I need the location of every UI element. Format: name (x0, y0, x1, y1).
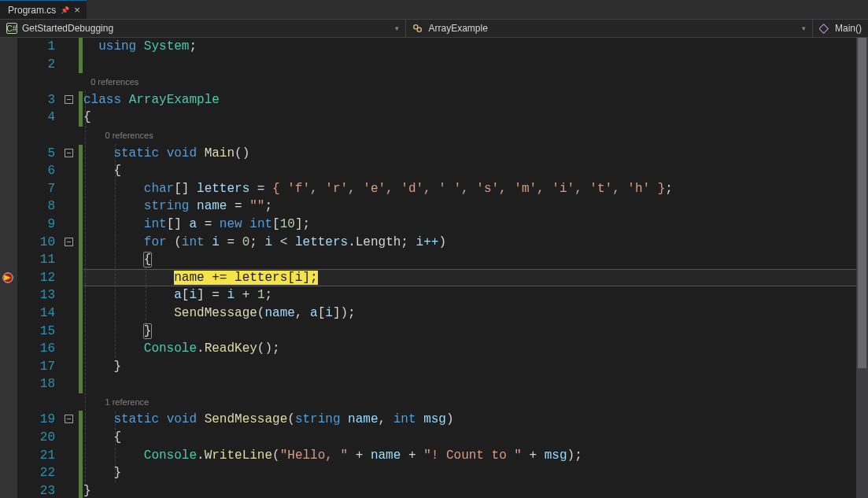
line-number: 10 (17, 234, 55, 252)
code-area[interactable]: using System; 0 references class ArrayEx… (83, 38, 868, 498)
code-token: "" (249, 199, 264, 213)
line-number: 3 (17, 91, 55, 109)
codelens-references[interactable]: 0 references (90, 77, 139, 87)
line-number: 21 (17, 447, 55, 465)
nav-bar: C# GetStartedDebugging ▾ ArrayExample ▾ … (0, 20, 868, 38)
code-token: 0 (242, 235, 250, 249)
close-icon[interactable]: × (74, 4, 80, 16)
line-number: 17 (17, 358, 55, 376)
execution-pointer-icon[interactable] (2, 271, 14, 284)
code-token: using (98, 39, 136, 53)
code-token: ReadKey (205, 341, 257, 356)
code-token: class (83, 93, 121, 107)
fold-toggle[interactable] (65, 415, 73, 423)
code-token: i (264, 235, 272, 249)
code-token: msg (545, 448, 567, 463)
code-token: ArrayExample (129, 93, 220, 107)
line-number: 22 (17, 464, 55, 482)
line-number: 7 (17, 180, 55, 198)
codelens-references[interactable]: 1 reference (105, 397, 150, 407)
code-token: WriteLine (205, 448, 272, 463)
code-token: int (249, 217, 272, 231)
line-number: 18 (17, 375, 55, 393)
method-icon (819, 23, 830, 34)
scrollbar-thumb[interactable] (858, 38, 866, 368)
line-number: 1 (17, 38, 55, 56)
line-number: 12 (17, 269, 55, 287)
code-token: name (348, 412, 378, 426)
code-token: i (325, 306, 333, 320)
breakpoint-margin[interactable] (0, 38, 17, 498)
code-token: int (144, 217, 167, 231)
code-token: i++ (416, 235, 439, 249)
line-number: 20 (17, 429, 55, 447)
nav-class-label: ArrayExample (428, 23, 487, 34)
vertical-scrollbar[interactable] (856, 38, 868, 498)
nav-method-label: Main() (835, 23, 862, 34)
code-token: Main (205, 146, 235, 160)
class-icon (412, 23, 423, 34)
fold-toggle[interactable] (65, 95, 73, 104)
line-number: 16 (17, 340, 55, 358)
code-token: void (167, 146, 197, 160)
code-token: "Hello, " (280, 448, 348, 463)
svg-point-1 (418, 28, 422, 31)
code-token: name (264, 306, 294, 320)
folding-margin[interactable] (65, 38, 79, 498)
code-token: for (144, 235, 167, 249)
code-token: void (167, 412, 197, 426)
line-number: 15 (17, 323, 55, 341)
line-number-gutter: 1 2 . 3 4 . 5 6 7 8 9 10 11 12 13 14 15 … (17, 38, 65, 498)
code-token: i (227, 288, 235, 302)
code-token: letters (295, 235, 348, 249)
code-token: int (182, 235, 205, 249)
tab-title: Program.cs (8, 5, 56, 16)
line-number: 4 (17, 109, 55, 127)
csharp-project-icon: C# (6, 23, 17, 34)
code-token: a (174, 288, 182, 302)
code-token: i (212, 235, 220, 249)
code-token: 10 (280, 217, 295, 231)
line-number: 5 (17, 145, 55, 163)
current-execution-line: name += letters[i]; (174, 271, 317, 285)
line-number: 23 (17, 482, 55, 498)
code-token: string (144, 199, 190, 213)
code-token: < (280, 235, 288, 249)
line-number: 8 (17, 197, 55, 216)
nav-project-label: GetStartedDebugging (22, 23, 113, 34)
line-number: 2 (17, 56, 55, 74)
file-tab[interactable]: Program.cs 📌 × (0, 0, 87, 19)
tab-bar: Program.cs 📌 × (0, 0, 868, 20)
code-token: { 'f', 'r', 'e', 'd', ' ', 's', 'm', 'i'… (272, 182, 665, 196)
nav-class-dropdown[interactable]: ArrayExample ▾ (406, 20, 812, 37)
code-token: char (144, 182, 174, 196)
code-token: i (189, 288, 197, 302)
code-token: name (197, 199, 227, 213)
chevron-down-icon: ▾ (802, 24, 806, 32)
code-token: a (189, 217, 197, 231)
code-token: System (144, 39, 190, 53)
fold-toggle[interactable] (65, 238, 73, 246)
pin-icon[interactable]: 📌 (61, 6, 69, 14)
code-token: new (220, 217, 242, 231)
fold-toggle[interactable] (65, 149, 73, 157)
line-number: 9 (17, 216, 55, 234)
line-number: 6 (17, 162, 55, 180)
code-token: msg (423, 412, 446, 426)
code-token: name (371, 448, 401, 463)
code-token: "! Count to " (423, 448, 522, 463)
code-token: static (113, 146, 159, 160)
code-token: int (393, 412, 416, 426)
chevron-down-icon: ▾ (395, 24, 399, 32)
svg-rect-2 (819, 24, 828, 32)
line-number: 13 (17, 286, 55, 304)
nav-project-dropdown[interactable]: C# GetStartedDebugging ▾ (0, 20, 406, 37)
code-token: a (310, 306, 318, 320)
code-token: SendMessage (205, 412, 288, 426)
code-editor[interactable]: 1 2 . 3 4 . 5 6 7 8 9 10 11 12 13 14 15 … (0, 38, 868, 498)
code-token: letters (197, 182, 249, 196)
code-token: Length (356, 235, 401, 249)
line-number: 19 (17, 411, 55, 429)
nav-method-dropdown[interactable]: Main() (813, 20, 868, 37)
codelens-references[interactable]: 0 references (105, 131, 153, 140)
